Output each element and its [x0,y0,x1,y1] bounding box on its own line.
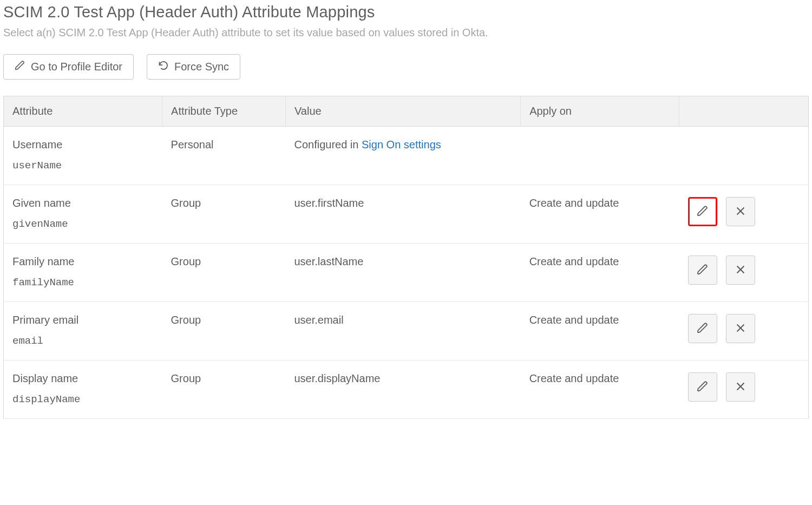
pencil-icon [697,381,709,394]
attribute-cell: Display namedisplayName [4,360,162,419]
edit-button[interactable] [688,314,717,343]
attribute-type-cell: Group [162,244,286,302]
close-icon [735,264,746,277]
value-cell: Configured in Sign On settings [285,127,520,185]
attribute-label: Display name [12,372,154,385]
apply-on-cell: Create and update [521,244,679,302]
page-title: SCIM 2.0 Test App (Header Auth) Attribut… [3,3,809,21]
actions-cell [679,185,809,244]
edit-button[interactable] [688,255,717,285]
attribute-key: givenName [12,218,154,230]
attribute-label: Family name [12,255,154,268]
table-row: Primary emailemailGroupuser.emailCreate … [4,302,809,360]
value-cell: user.displayName [285,360,520,419]
apply-on-cell: Create and update [521,360,679,419]
close-icon [735,322,746,336]
attribute-mappings-table: Attribute Attribute Type Value Apply on … [3,96,809,419]
table-row: UsernameuserNamePersonalConfigured in Si… [4,127,809,185]
actions-cell [679,244,809,302]
column-header-attribute-type: Attribute Type [162,96,286,127]
attribute-type-cell: Group [162,302,286,360]
attribute-type-cell: Personal [162,127,286,185]
actions-cell [679,127,809,185]
table-row: Given namegivenNameGroupuser.firstNameCr… [4,185,809,244]
column-header-apply-on: Apply on [521,96,679,127]
table-row: Family namefamilyNameGroupuser.lastNameC… [4,244,809,302]
remove-button[interactable] [726,314,755,343]
attribute-type-cell: Group [162,185,286,244]
remove-button[interactable] [726,255,755,285]
value-cell: user.lastName [285,244,520,302]
pencil-icon [15,60,25,74]
pencil-icon [697,205,709,219]
edit-button[interactable] [688,197,717,226]
sign-on-settings-link[interactable]: Sign On settings [362,139,441,150]
column-header-value: Value [285,96,520,127]
button-label: Go to Profile Editor [31,61,122,73]
column-header-actions [679,96,809,127]
attribute-label: Username [12,139,154,151]
edit-button[interactable] [688,372,717,402]
apply-on-cell: Create and update [521,185,679,244]
force-sync-button[interactable]: Force Sync [147,54,240,80]
apply-on-cell: Create and update [521,302,679,360]
toolbar: Go to Profile Editor Force Sync [3,54,809,80]
attribute-label: Given name [12,197,154,209]
remove-button[interactable] [726,372,755,402]
attribute-cell: Given namegivenName [4,185,162,244]
attribute-key: userName [12,160,154,172]
attribute-cell: Family namefamilyName [4,244,162,302]
pencil-icon [697,264,709,277]
close-icon [735,381,746,394]
close-icon [735,205,746,219]
attribute-key: familyName [12,277,154,288]
apply-on-cell [521,127,679,185]
actions-cell [679,302,809,360]
value-cell: user.firstName [285,185,520,244]
attribute-cell: UsernameuserName [4,127,162,185]
remove-button[interactable] [726,197,755,226]
actions-cell [679,360,809,419]
value-cell: user.email [285,302,520,360]
page-subtitle: Select a(n) SCIM 2.0 Test App (Header Au… [3,27,809,39]
attribute-type-cell: Group [162,360,286,419]
go-to-profile-editor-button[interactable]: Go to Profile Editor [3,54,134,80]
pencil-icon [697,322,709,336]
attribute-label: Primary email [12,314,154,326]
value-prefix: Configured in [294,139,362,150]
table-row: Display namedisplayNameGroupuser.display… [4,360,809,419]
attribute-key: displayName [12,393,154,405]
attribute-key: email [12,335,154,347]
column-header-attribute: Attribute [4,96,162,127]
attribute-cell: Primary emailemail [4,302,162,360]
button-label: Force Sync [174,61,229,73]
refresh-icon [158,60,169,74]
